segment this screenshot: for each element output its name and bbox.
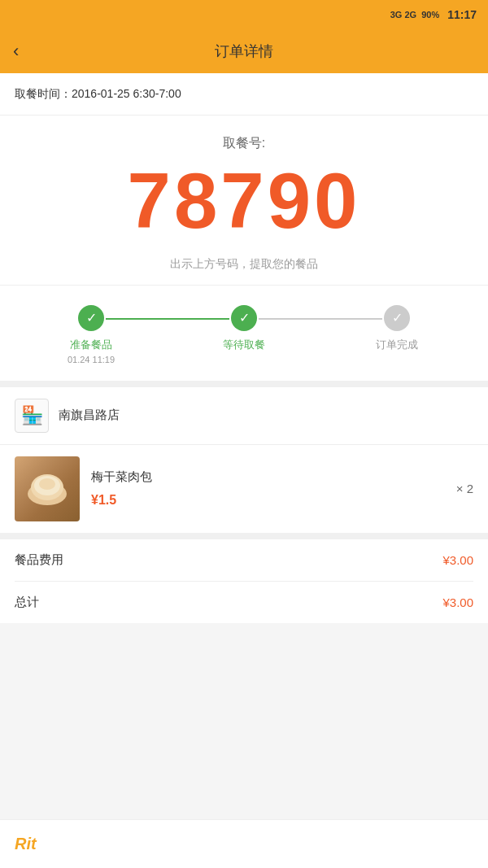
store-section: 🏪 南旗昌路店 bbox=[0, 387, 488, 445]
battery-indicator: 90% bbox=[421, 10, 439, 20]
header: ‹ 订单详情 bbox=[0, 29, 488, 73]
step-time-prepare: 01.24 11:19 bbox=[68, 355, 115, 364]
progress-section: ✓ 准备餐品 01.24 11:19 ✓ 等待取餐 ✓ 订单完成 bbox=[0, 286, 488, 387]
pickup-hint: 出示上方号码，提取您的餐品 bbox=[15, 257, 473, 272]
cost-food-value: ¥3.00 bbox=[442, 553, 473, 567]
cost-total-value: ¥3.00 bbox=[442, 595, 473, 609]
back-button[interactable]: ‹ bbox=[13, 41, 19, 62]
item-name: 梅干菜肉包 bbox=[91, 469, 445, 485]
step-label-prepare: 准备餐品 bbox=[70, 338, 112, 352]
bottom-bar: Rit bbox=[0, 819, 488, 868]
step-circle-waiting: ✓ bbox=[231, 305, 257, 331]
time-display: 11:17 bbox=[447, 8, 477, 21]
step-line-2 bbox=[259, 318, 382, 320]
progress-steps: ✓ 准备餐品 01.24 11:19 ✓ 等待取餐 ✓ 订单完成 bbox=[15, 305, 473, 364]
step-label-complete: 订单完成 bbox=[376, 338, 418, 352]
cost-total-label: 总计 bbox=[15, 595, 39, 610]
step-line-1 bbox=[106, 318, 229, 320]
cost-food-label: 餐品费用 bbox=[15, 552, 63, 568]
pickup-time-section: 取餐时间：2016-01-25 6:30-7:00 bbox=[0, 73, 488, 116]
pickup-number: 78790 bbox=[15, 160, 473, 242]
step-prepare: ✓ 准备餐品 01.24 11:19 bbox=[15, 305, 168, 364]
step-circle-complete: ✓ bbox=[384, 305, 410, 331]
pickup-time-text: 取餐时间：2016-01-25 6:30-7:00 bbox=[15, 87, 181, 100]
status-bar: 3G 2G 90% 11:17 bbox=[0, 0, 488, 29]
item-price: ¥1.5 bbox=[91, 493, 445, 508]
signal-indicator: 3G 2G bbox=[390, 10, 416, 20]
svg-point-3 bbox=[39, 478, 55, 490]
item-details: 梅干菜肉包 ¥1.5 bbox=[91, 469, 445, 508]
cost-food-row: 餐品费用 ¥3.00 bbox=[15, 539, 473, 582]
pickup-number-label: 取餐号: bbox=[15, 135, 473, 152]
cost-total-row: 总计 ¥3.00 bbox=[15, 582, 473, 623]
cost-section: 餐品费用 ¥3.00 总计 ¥3.00 bbox=[0, 539, 488, 623]
item-image-placeholder bbox=[15, 456, 80, 521]
item-quantity: × 2 bbox=[456, 482, 473, 495]
step-complete: ✓ 订单完成 bbox=[320, 305, 473, 352]
order-item-section: 梅干菜肉包 ¥1.5 × 2 bbox=[0, 445, 488, 539]
pickup-number-section: 取餐号: 78790 出示上方号码，提取您的餐品 bbox=[0, 116, 488, 286]
store-name: 南旗昌路店 bbox=[59, 408, 120, 423]
step-waiting: ✓ 等待取餐 bbox=[168, 305, 320, 352]
item-image bbox=[15, 456, 80, 521]
bun-svg bbox=[23, 465, 72, 513]
step-label-waiting: 等待取餐 bbox=[223, 338, 265, 352]
store-icon: 🏪 bbox=[15, 399, 49, 433]
brand-logo: Rit bbox=[15, 835, 37, 853]
page-title: 订单详情 bbox=[215, 41, 273, 61]
step-circle-prepare: ✓ bbox=[78, 305, 104, 331]
